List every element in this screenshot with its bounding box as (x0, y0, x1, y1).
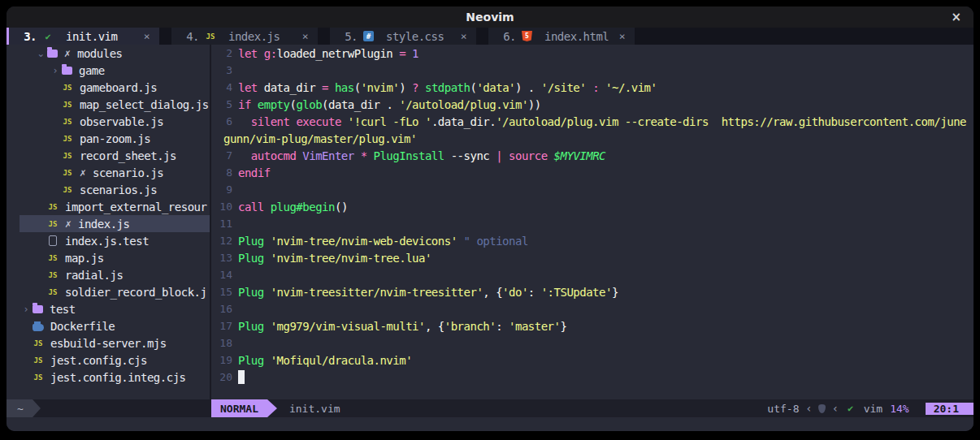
tab-init.vim[interactable]: 3.✔init.vim× (7, 28, 159, 45)
tree-item-scenario.js[interactable]: JS✗scenario.js (7, 164, 210, 181)
tree-item-import_external_resour[interactable]: JSimport_external_resour (7, 198, 210, 215)
code-token: g: (264, 47, 277, 60)
folder-icon (33, 305, 43, 313)
tree-item-label: jest.config.cjs (50, 354, 147, 367)
code-token: ) . (515, 81, 541, 94)
tree-item-index.js[interactable]: JS✗index.js (7, 215, 210, 232)
tree-item-esbuild-server.mjs[interactable]: JSesbuild-server.mjs (7, 334, 210, 352)
code-line: 11 (211, 215, 973, 232)
code-token: () (335, 201, 348, 214)
tab-close-icon[interactable]: × (461, 30, 466, 42)
main-content: ⌄✗modules›gameJSgameboard.jsJSmap_select… (7, 45, 973, 399)
tree-item-map.js[interactable]: JSmap.js (7, 249, 210, 266)
tree-item-pan-zoom.js[interactable]: JSpan-zoom.js (7, 130, 210, 147)
line-number: 17 (211, 320, 232, 332)
tree-item-index.js.test[interactable]: index.js.test (7, 232, 210, 249)
tab-label: index.js (228, 30, 280, 43)
code-token: stdpath (425, 81, 470, 94)
line-number: 10 (211, 201, 232, 213)
code-text (238, 370, 245, 384)
code-line: 7 autocmd VimEnter * PlugInstall --sync … (211, 147, 973, 164)
code-token: VimEnter (302, 149, 360, 162)
tree-item-test[interactable]: ›test (7, 300, 210, 317)
code-token: 'nvim-tree/nvim-tree.lua' (271, 252, 431, 265)
code-token: ? (412, 81, 425, 94)
tree-item-label: observable.js (80, 115, 163, 128)
tree-item-modules[interactable]: ⌄✗modules (7, 45, 210, 62)
tree-item-gameboard.js[interactable]: JSgameboard.js (7, 79, 210, 96)
tree-item-observable.js[interactable]: JSobservable.js (7, 113, 210, 130)
tree-item-soldier_record_block.j[interactable]: JSsoldier_record_block.j (7, 283, 210, 300)
code-line: 12Plug 'nvim-tree/nvim-web-devicons' " o… (211, 232, 973, 249)
line-number: 14 (211, 269, 232, 281)
window-close-icon[interactable]: × (951, 6, 961, 28)
code-token: Plug (238, 235, 271, 248)
tab-style.css[interactable]: 5.#style.css× (330, 28, 476, 45)
statusline-filename: init.vim (289, 403, 340, 415)
code-token: : (528, 286, 541, 299)
neovim-window: Neovim × 3.✔init.vim×4.JSindex.js×5.#sty… (7, 6, 973, 431)
mode-indicator: NORMAL (211, 399, 267, 417)
code-line: 9 (211, 181, 973, 198)
code-token: gunn/vim-plug/master/plug.vim' (223, 132, 417, 145)
encoding-label: utf-8 (767, 403, 799, 415)
tree-item-label: test (50, 303, 76, 316)
code-line: 13Plug 'nvim-tree/nvim-tree.lua' (211, 249, 973, 266)
code-text: Plug 'nvim-treesitter/nvim-treesitter', … (238, 286, 618, 299)
file-tree[interactable]: ⌄✗modules›gameJSgameboard.jsJSmap_select… (7, 45, 211, 399)
code-token: 'branch' (444, 320, 496, 333)
code-line: 6 silent execute '!curl -fLo '.data_dir.… (211, 113, 973, 130)
code-line: 15Plug 'nvim-treesitter/nvim-treesitter'… (211, 283, 973, 300)
tab-close-icon[interactable]: × (302, 30, 308, 42)
tree-item-label: modules (77, 47, 123, 60)
git-status-icon: ✗ (64, 47, 77, 59)
tab-index.html[interactable]: 6.5index.html× (488, 28, 635, 45)
line-number: 13 (211, 252, 232, 264)
block-cursor (238, 370, 245, 384)
code-token: glob (296, 98, 322, 111)
git-status-icon: ✗ (65, 218, 78, 230)
code-token: , { (483, 286, 502, 299)
code-token: 'mg979/vim-visual-multi' (271, 320, 425, 333)
tree-item-Dockerfile[interactable]: Dockerfile (7, 317, 210, 334)
tree-item-radial.js[interactable]: JSradial.js (7, 266, 210, 283)
scroll-progress: 14% (890, 403, 908, 415)
tree-item-label: esbuild-server.mjs (50, 337, 167, 350)
tab-index.js[interactable]: 4.JSindex.js× (171, 28, 318, 45)
code-token: 'do' (502, 286, 528, 299)
code-token: } (560, 320, 566, 333)
code-editor[interactable]: 2let g:loaded_netrwPlugin = 134let data_… (211, 45, 973, 399)
line-number: 2 (211, 47, 232, 59)
tree-item-label: Dockerfile (50, 320, 115, 333)
code-text: autocmd VimEnter * PlugInstall --sync | … (238, 149, 605, 162)
tree-item-label: index.js (78, 218, 129, 231)
tab-number: 4. (171, 30, 199, 43)
code-token: ( (354, 81, 361, 94)
js-icon: JS (62, 186, 73, 194)
code-text: if empty(glob(data_dir . '/autoload/plug… (238, 98, 541, 111)
code-token: * (361, 149, 374, 162)
tree-item-game[interactable]: ›game (7, 62, 210, 79)
tree-item-jest.config.cjs[interactable]: JSjest.config.cjs (7, 352, 210, 369)
code-token: " optional (457, 235, 528, 248)
git-status-icon: ✗ (80, 166, 93, 179)
tree-item-label: jest.config.integ.cjs (50, 371, 186, 384)
code-token: ':TSUpdate' (541, 286, 612, 299)
js-icon: JS (47, 254, 59, 262)
vim-icon: ✔ (42, 31, 54, 42)
tree-item-scenarios.js[interactable]: JSscenarios.js (7, 181, 210, 198)
tree-item-record_sheet.js[interactable]: JSrecord_sheet.js (7, 147, 210, 164)
tab-close-icon[interactable]: × (619, 30, 625, 42)
tree-item-map_select_dialog.js[interactable]: JSmap_select_dialog.js (7, 96, 210, 113)
tree-item-jest.config.integ.cjs[interactable]: JSjest.config.integ.cjs (7, 369, 210, 386)
line-number: 7 (211, 149, 232, 162)
line-number: 12 (211, 235, 232, 247)
tab-close-icon[interactable]: × (144, 30, 150, 42)
code-token: 'Mofiqul/dracula.nvim' (271, 354, 412, 367)
code-token: '/autoload/plug.vim' (399, 98, 528, 111)
css-icon: # (363, 31, 374, 41)
js-icon: JS (62, 135, 73, 143)
tree-statusline-marker: ~ (7, 399, 41, 417)
code-text: let g:loaded_netrwPlugin = 1 (238, 47, 418, 60)
code-token: if (238, 98, 258, 111)
